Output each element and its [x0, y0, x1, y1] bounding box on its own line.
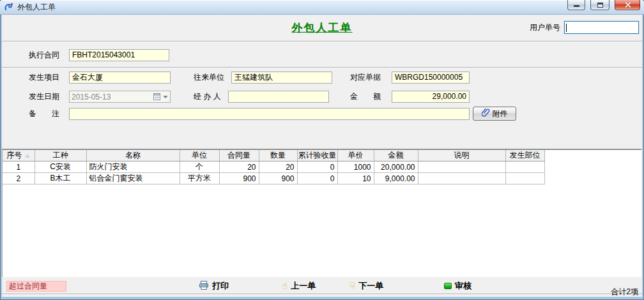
remark-group: 备 注 [29, 108, 470, 120]
next-order-label: 下一单 [358, 280, 383, 292]
amount-field[interactable]: 29,000.00 [392, 91, 470, 103]
paperclip-icon [482, 108, 490, 119]
date-picker[interactable]: 2015-05-13 [69, 91, 171, 103]
user-order-label: 用户单号 [530, 22, 560, 33]
maximize-button[interactable] [590, 0, 610, 10]
separator [2, 41, 642, 42]
table-row[interactable]: 1 C安装 防火门安装 个 20 20 0 1000 20,000.00 [3, 161, 544, 173]
counterparty-group: 往来单位 王猛建筑队 [194, 71, 332, 84]
table-header-row: 序号 工种 名称 单位 合同量 数量 累计验收量 单价 金额 说明 发生部位 [3, 150, 544, 161]
cell-contract-qty[interactable]: 900 [219, 173, 259, 184]
close-button[interactable] [615, 0, 640, 10]
contract-field[interactable]: FBHT2015043001 [69, 49, 169, 61]
detail-table: 序号 工种 名称 单位 合同量 数量 累计验收量 单价 金额 说明 发生部位 1… [3, 150, 545, 184]
ref-doc-label: 对应单据 [350, 72, 381, 83]
counterparty-label: 往来单位 [194, 72, 224, 83]
cell-qty[interactable]: 20 [259, 161, 297, 173]
cell-unit-price[interactable]: 10 [337, 173, 374, 184]
col-header-seq[interactable]: 序号 [3, 150, 34, 161]
next-order-button[interactable]: ☟ 下一单 [349, 280, 383, 292]
total-count: 合计2项 [611, 287, 638, 297]
col-header-unit[interactable]: 单位 [180, 150, 219, 161]
user-order-group: 用户单号 [530, 21, 639, 34]
app-logo-icon [4, 2, 14, 12]
detail-grid: 序号 工种 名称 单位 合同量 数量 累计验收量 单价 金额 说明 发生部位 1… [2, 149, 641, 277]
project-group: 发生项目 金石大厦 [29, 71, 171, 84]
cell-accepted-qty[interactable]: 0 [297, 161, 337, 173]
cell-name[interactable]: 铝合金门窗安装 [86, 173, 180, 184]
cell-location[interactable] [505, 161, 544, 173]
col-header-worktype[interactable]: 工种 [34, 150, 86, 161]
audit-label: 审核 [455, 280, 471, 292]
col-header-note[interactable]: 说明 [418, 150, 505, 161]
date-label: 发生日期 [29, 91, 59, 102]
app-window: 外包人工单 外包人工单 用户单号 执行合同 FBHT20150 [0, 0, 644, 300]
warning-badge: 超过合同量 [6, 281, 66, 292]
remark-label: 备 注 [29, 109, 59, 119]
minimize-icon [574, 5, 579, 7]
cell-worktype[interactable]: B木工 [34, 173, 86, 184]
attachment-label: 附件 [493, 109, 508, 119]
ref-doc-field[interactable]: WBRGD150000005 [392, 71, 470, 84]
project-field[interactable]: 金石大厦 [69, 71, 171, 84]
cell-note[interactable] [418, 161, 505, 173]
user-order-input[interactable] [564, 21, 639, 34]
ref-doc-group: 对应单据 WBRGD150000005 [350, 71, 470, 84]
hand-up-icon: ☝ [282, 281, 288, 290]
cell-amount[interactable]: 20,000.00 [374, 161, 418, 173]
print-button[interactable]: 打印 [199, 280, 229, 292]
cell-amount[interactable]: 9,000.00 [374, 173, 418, 184]
cell-accepted-qty[interactable]: 0 [297, 173, 337, 184]
maximize-icon [597, 3, 603, 8]
contract-row: 执行合同 FBHT2015043001 [29, 49, 169, 61]
previous-order-label: 上一单 [291, 280, 316, 292]
date-value: 2015-05-13 [72, 93, 153, 101]
form-client-area: 外包人工单 用户单号 执行合同 FBHT2015043001 发生项目 金石大厦… [2, 15, 642, 297]
col-header-qty[interactable]: 数量 [259, 150, 297, 161]
handler-field[interactable] [228, 91, 329, 103]
handler-group: 经 办 人 [194, 91, 329, 103]
cell-name[interactable]: 防火门安装 [86, 161, 180, 173]
col-header-accepted-qty[interactable]: 累计验收量 [297, 150, 337, 161]
cell-unit[interactable]: 个 [180, 161, 219, 173]
separator [2, 67, 642, 68]
titlebar[interactable]: 外包人工单 [0, 0, 644, 15]
close-icon [624, 1, 631, 8]
previous-order-button[interactable]: ☝ 上一单 [282, 280, 316, 292]
col-header-contract-qty[interactable]: 合同量 [219, 150, 259, 161]
window-title: 外包人工单 [17, 2, 56, 13]
cell-seq[interactable]: 2 [3, 173, 34, 184]
counterparty-field[interactable]: 王猛建筑队 [231, 71, 332, 84]
amount-label: 金 额 [350, 91, 381, 102]
window-controls [567, 0, 640, 10]
hand-down-icon: ☟ [349, 281, 355, 290]
print-label: 打印 [212, 280, 229, 292]
contract-label: 执行合同 [29, 50, 59, 61]
col-header-unit-price[interactable]: 单价 [337, 150, 374, 161]
cell-worktype[interactable]: C安装 [34, 161, 86, 173]
col-header-location[interactable]: 发生部位 [505, 150, 544, 161]
cell-seq[interactable]: 1 [3, 161, 34, 173]
cell-note[interactable] [418, 173, 505, 184]
cell-location[interactable] [505, 173, 544, 184]
cell-qty[interactable]: 900 [259, 173, 297, 184]
sort-ascending-icon [25, 154, 30, 158]
dropdown-arrow-icon[interactable] [163, 96, 168, 98]
cell-unit[interactable]: 平方米 [180, 173, 219, 184]
remark-field[interactable] [69, 108, 470, 120]
cell-contract-qty[interactable]: 20 [219, 161, 259, 173]
table-row[interactable]: 2 B木工 铝合金门窗安装 平方米 900 900 0 10 9,000.00 [3, 173, 544, 184]
cell-unit-price[interactable]: 1000 [337, 161, 374, 173]
audit-green-icon [444, 283, 452, 289]
calendar-icon[interactable] [153, 93, 160, 100]
audit-button[interactable]: 审核 [444, 280, 471, 292]
col-header-amount[interactable]: 金额 [374, 150, 418, 161]
col-header-name[interactable]: 名称 [86, 150, 180, 161]
attachment-button[interactable]: 附件 [473, 107, 516, 121]
date-group: 发生日期 2015-05-13 [29, 91, 171, 103]
print-icon [199, 280, 209, 292]
project-label: 发生项目 [29, 72, 59, 83]
text-caret [566, 24, 567, 32]
minimize-button[interactable] [567, 0, 585, 10]
amount-group: 金 额 29,000.00 [350, 91, 470, 103]
